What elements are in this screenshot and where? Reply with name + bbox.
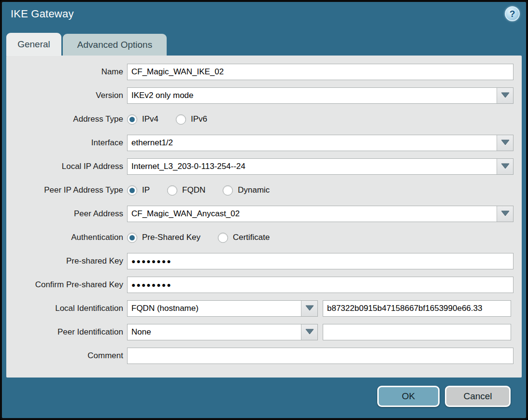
interface-label: Interface: [6, 138, 123, 148]
row-pre-shared-key: Pre-shared Key: [6, 253, 522, 269]
row-interface: Interface ethernet1/2: [6, 135, 522, 151]
local-identification-dropdown-button[interactable]: [301, 301, 317, 316]
comment-label: Comment: [6, 351, 123, 361]
row-local-identification: Local Identification FQDN (hostname): [6, 300, 522, 317]
peer-ip-address-type-label: Peer IP Address Type: [6, 185, 123, 195]
confirm-pre-shared-key-label: Confirm Pre-shared Key: [6, 280, 123, 290]
radio-fqdn[interactable]: [167, 185, 177, 196]
radio-ipv6[interactable]: [176, 114, 186, 125]
tab-advanced-options[interactable]: Advanced Options: [63, 34, 167, 56]
pre-shared-key-label: Pre-shared Key: [6, 256, 123, 266]
local-ip-address-value: Internet_L3_203-0-113-254--24: [128, 159, 497, 174]
radio-dynamic-label: Dynamic: [238, 185, 270, 195]
cancel-button[interactable]: Cancel: [445, 386, 511, 407]
peer-identification-type-value: None: [128, 324, 301, 340]
row-comment: Comment: [6, 348, 522, 364]
radio-pre-shared-key[interactable]: [127, 233, 137, 243]
radio-option-pre-shared-key[interactable]: Pre-Shared Key: [127, 233, 200, 243]
peer-address-label: Peer Address: [6, 209, 123, 219]
peer-identification-type-dropdown[interactable]: None: [127, 324, 318, 340]
chevron-down-icon: [501, 139, 510, 147]
interface-dropdown[interactable]: ethernet1/2: [127, 135, 514, 151]
version-dropdown[interactable]: IKEv2 only mode: [127, 87, 514, 104]
chevron-down-icon: [501, 162, 510, 171]
chevron-down-icon: [305, 328, 314, 336]
row-version: Version IKEv2 only mode: [6, 87, 522, 104]
local-ip-address-dropdown-button[interactable]: [497, 159, 513, 174]
row-address-type: Address Type IPv4 IPv6: [6, 111, 522, 127]
general-tab-panel: Name Version IKEv2 only mode Address Typ…: [6, 56, 522, 378]
tab-advanced-options-label: Advanced Options: [77, 40, 152, 50]
interface-dropdown-button[interactable]: [497, 135, 513, 151]
local-identification-type-dropdown[interactable]: FQDN (hostname): [127, 300, 318, 317]
ike-gateway-dialog: IKE Gateway ? General Advanced Options N…: [0, 0, 528, 420]
row-confirm-pre-shared-key: Confirm Pre-shared Key: [6, 277, 522, 293]
dialog-title: IKE Gateway: [11, 8, 74, 20]
radio-ipv6-label: IPv6: [191, 114, 207, 124]
local-ip-address-dropdown[interactable]: Internet_L3_203-0-113-254--24: [127, 158, 514, 175]
local-identification-type-value: FQDN (hostname): [128, 301, 301, 316]
pre-shared-key-input[interactable]: [127, 253, 514, 269]
name-input[interactable]: [127, 64, 514, 80]
radio-option-ipv6[interactable]: IPv6: [176, 114, 207, 125]
row-name: Name: [6, 64, 522, 80]
name-label: Name: [6, 67, 123, 77]
peer-identification-label: Peer Identification: [6, 327, 123, 337]
authentication-radio-group: Pre-Shared Key Certificate: [127, 233, 270, 243]
version-dropdown-button[interactable]: [497, 88, 513, 103]
version-value: IKEv2 only mode: [128, 88, 497, 103]
peer-identification-value-input[interactable]: [323, 324, 511, 340]
confirm-pre-shared-key-input[interactable]: [127, 277, 514, 293]
authentication-label: Authentication: [6, 233, 123, 242]
row-peer-identification: Peer Identification None: [6, 324, 522, 340]
help-icon[interactable]: ?: [505, 6, 520, 21]
local-ip-address-label: Local IP Address: [6, 162, 123, 171]
version-label: Version: [6, 91, 123, 100]
radio-ipv4[interactable]: [127, 114, 137, 125]
help-glyph: ?: [510, 9, 515, 19]
radio-ip-label: IP: [142, 185, 150, 195]
radio-ipv4-label: IPv4: [142, 114, 158, 124]
peer-address-dropdown-button[interactable]: [497, 206, 513, 222]
chevron-down-icon: [305, 304, 314, 313]
local-identification-value-input[interactable]: [323, 300, 511, 317]
row-peer-ip-address-type: Peer IP Address Type IP FQDN Dynamic: [6, 182, 522, 198]
dialog-footer: OK Cancel: [377, 386, 511, 407]
local-identification-label: Local Identification: [6, 304, 123, 313]
row-local-ip-address: Local IP Address Internet_L3_203-0-113-2…: [6, 158, 522, 175]
chevron-down-icon: [501, 91, 510, 100]
radio-dynamic[interactable]: [223, 185, 233, 196]
radio-pre-shared-key-label: Pre-Shared Key: [142, 233, 200, 242]
row-authentication: Authentication Pre-Shared Key Certificat…: [6, 229, 522, 246]
peer-address-value: CF_Magic_WAN_Anycast_02: [128, 206, 497, 222]
radio-fqdn-label: FQDN: [182, 185, 205, 195]
radio-option-dynamic[interactable]: Dynamic: [223, 185, 270, 196]
radio-certificate-label: Certificate: [233, 233, 270, 242]
comment-input[interactable]: [127, 348, 514, 364]
address-type-label: Address Type: [6, 114, 123, 124]
row-peer-address: Peer Address CF_Magic_WAN_Anycast_02: [6, 206, 522, 222]
radio-option-ip[interactable]: IP: [127, 185, 150, 196]
ok-button[interactable]: OK: [377, 386, 440, 407]
tab-bar: General Advanced Options: [6, 33, 167, 56]
address-type-radio-group: IPv4 IPv6: [127, 114, 207, 125]
interface-value: ethernet1/2: [128, 135, 497, 151]
tab-general[interactable]: General: [6, 33, 61, 56]
chevron-down-icon: [501, 210, 510, 218]
peer-ip-address-type-radio-group: IP FQDN Dynamic: [127, 185, 270, 196]
dialog-titlebar: IKE Gateway: [11, 8, 74, 20]
radio-certificate[interactable]: [218, 233, 228, 243]
radio-option-certificate[interactable]: Certificate: [218, 233, 270, 243]
radio-ip[interactable]: [127, 185, 137, 196]
peer-address-dropdown[interactable]: CF_Magic_WAN_Anycast_02: [127, 206, 514, 222]
peer-identification-dropdown-button[interactable]: [301, 324, 317, 340]
radio-option-ipv4[interactable]: IPv4: [127, 114, 158, 125]
radio-option-fqdn[interactable]: FQDN: [167, 185, 205, 196]
tab-general-label: General: [17, 39, 50, 50]
